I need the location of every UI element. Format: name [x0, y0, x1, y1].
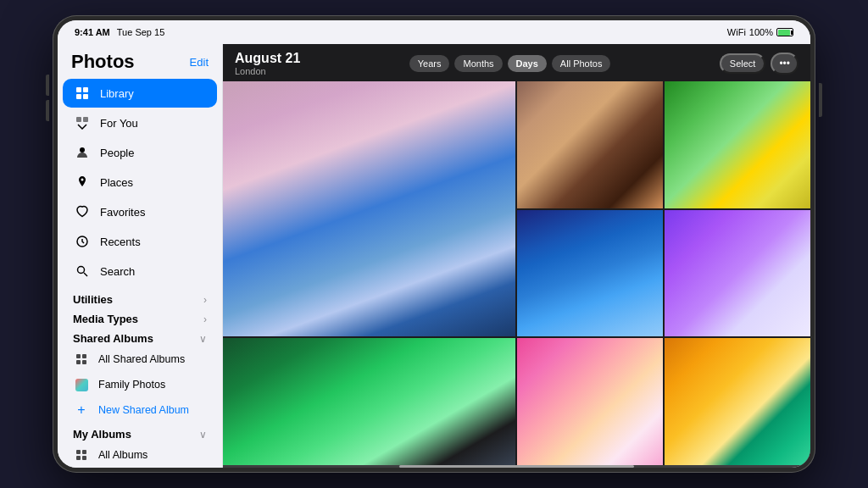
months-button[interactable]: Months [454, 55, 502, 72]
svg-rect-0 [76, 87, 81, 92]
photo-area: August 21 London Years Months Days All P… [223, 44, 810, 468]
sidebar-item-all-albums[interactable]: All Albums [58, 442, 222, 468]
sidebar-item-all-shared-albums[interactable]: All Shared Albums [58, 347, 222, 372]
media-types-title: Media Types [73, 313, 138, 325]
utilities-chevron[interactable]: › [203, 294, 207, 306]
photo-cell-tr2[interactable] [665, 81, 810, 208]
all-photos-button[interactable]: All Photos [552, 55, 611, 72]
recents-label: Recents [100, 236, 141, 248]
sidebar-scroll: Library For You [58, 76, 222, 468]
main-content: Photos Edit [58, 44, 810, 468]
svg-point-9 [78, 267, 85, 274]
svg-rect-14 [76, 450, 81, 454]
new-shared-album-icon: + [73, 402, 90, 419]
tablet-screen: 9:41 AM Tue Sep 15 WiFi 100% Photos Edit [58, 20, 810, 468]
volume-down-button[interactable] [46, 100, 49, 121]
my-albums-chevron[interactable]: ∨ [199, 429, 207, 441]
tablet-device: 9:41 AM Tue Sep 15 WiFi 100% Photos Edit [53, 15, 815, 473]
favorites-label: Favorites [100, 206, 145, 219]
photo-date-subtitle: London [235, 66, 300, 76]
all-albums-label: All Albums [98, 449, 147, 461]
sidebar-item-new-shared-album[interactable]: + New Shared Album [58, 397, 222, 423]
search-label: Search [100, 265, 135, 278]
new-shared-album-label: New Shared Album [98, 404, 189, 416]
sidebar-item-family-photos[interactable]: Family Photos [58, 372, 222, 397]
sidebar-nav-section: Library For You [58, 76, 222, 288]
search-icon [73, 262, 92, 280]
all-shared-albums-icon [73, 351, 90, 368]
svg-rect-5 [83, 117, 88, 122]
status-bar: 9:41 AM Tue Sep 15 WiFi 100% [58, 20, 810, 44]
for-you-label: For You [100, 117, 138, 130]
recents-icon [73, 232, 92, 251]
more-button[interactable]: ••• [771, 53, 798, 75]
svg-rect-16 [76, 456, 81, 460]
sidebar-item-recents[interactable]: Recents [63, 227, 217, 256]
photo-cell-tr1[interactable] [517, 81, 663, 208]
svg-rect-17 [82, 456, 86, 460]
people-icon [73, 143, 92, 162]
svg-rect-13 [82, 360, 86, 364]
photo-nav: Years Months Days All Photos [409, 55, 611, 72]
shared-albums-title: Shared Albums [73, 332, 153, 345]
all-shared-albums-label: All Shared Albums [98, 353, 185, 365]
places-label: Places [100, 176, 133, 189]
photo-cell-bl[interactable] [223, 338, 515, 465]
sidebar: Photos Edit [58, 44, 223, 468]
shared-albums-section-header: Shared Albums ∨ [58, 327, 222, 347]
sidebar-item-people[interactable]: People [63, 138, 217, 167]
svg-point-7 [81, 179, 84, 181]
library-icon [73, 84, 92, 103]
svg-rect-11 [82, 354, 86, 358]
svg-rect-1 [83, 87, 88, 92]
family-photos-label: Family Photos [98, 379, 165, 391]
power-button[interactable] [819, 83, 822, 117]
sidebar-header: Photos Edit [58, 44, 222, 76]
utilities-title: Utilities [73, 293, 113, 306]
my-albums-section-header: My Albums ∨ [58, 423, 222, 442]
svg-point-6 [80, 147, 85, 152]
media-types-chevron[interactable]: › [203, 313, 207, 325]
battery-icon [776, 28, 793, 36]
photo-scrollbar[interactable] [223, 465, 810, 468]
sidebar-item-search[interactable]: Search [63, 257, 217, 286]
status-icons: WiFi 100% [727, 27, 793, 37]
photo-cell-mr1[interactable] [517, 210, 663, 337]
svg-rect-15 [82, 450, 86, 454]
svg-rect-4 [76, 117, 81, 122]
years-button[interactable]: Years [409, 55, 450, 72]
sidebar-item-places[interactable]: Places [63, 168, 217, 197]
utilities-section-header: Utilities › [58, 288, 222, 308]
photo-header: August 21 London Years Months Days All P… [223, 44, 810, 81]
people-label: People [100, 147, 134, 159]
photo-cell-br2[interactable] [665, 338, 810, 465]
svg-rect-10 [76, 354, 81, 358]
favorites-icon [73, 202, 92, 221]
for-you-icon [73, 114, 92, 132]
sidebar-item-favorites[interactable]: Favorites [63, 197, 217, 226]
photo-cell-mr2[interactable] [665, 210, 810, 337]
sidebar-item-for-you[interactable]: For You [63, 108, 217, 137]
status-time: 9:41 AM [75, 27, 110, 37]
shared-albums-chevron[interactable]: ∨ [199, 333, 207, 345]
my-albums-title: My Albums [73, 428, 131, 441]
svg-rect-2 [76, 94, 81, 99]
edit-button[interactable]: Edit [190, 56, 209, 69]
photo-cell-br1[interactable] [517, 338, 663, 465]
svg-rect-3 [83, 94, 88, 99]
battery-percentage: 100% [749, 27, 773, 37]
wifi-icon: WiFi [727, 27, 746, 37]
days-button[interactable]: Days [508, 55, 547, 72]
places-icon [73, 173, 92, 191]
photo-grid [223, 81, 810, 465]
photo-cell-main[interactable] [223, 81, 515, 336]
library-label: Library [100, 87, 134, 100]
photo-date-title: August 21 [235, 51, 300, 66]
photo-date-info: August 21 London [235, 51, 300, 76]
family-photos-icon [73, 376, 90, 393]
volume-up-button[interactable] [46, 75, 49, 96]
photo-scrollbar-thumb [399, 465, 634, 468]
status-date: Tue Sep 15 [117, 27, 164, 37]
sidebar-item-library[interactable]: Library [63, 79, 217, 108]
select-button[interactable]: Select [720, 53, 766, 74]
